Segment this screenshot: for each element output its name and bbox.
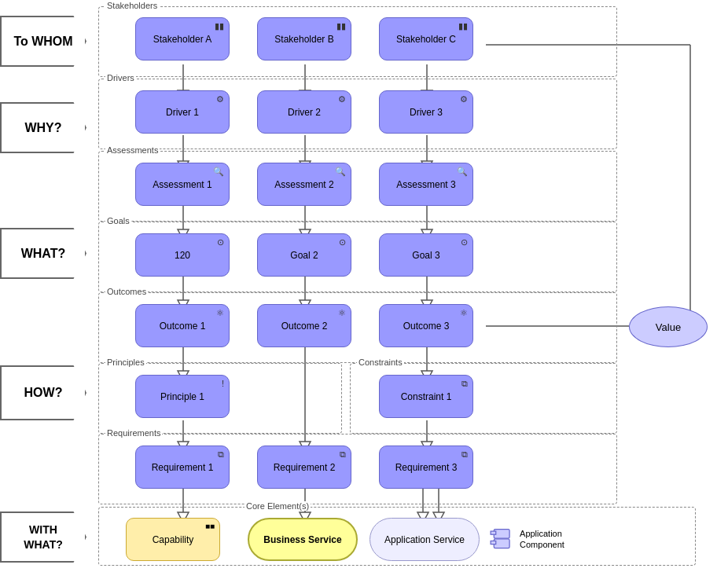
outcome-2-icon: ⚛ <box>338 308 346 318</box>
node-goal-3[interactable]: Goal 3 ⊙ <box>379 233 473 277</box>
node-assessment-1[interactable]: Assessment 1 🔍 <box>135 163 230 206</box>
goal-2-icon: ⊙ <box>339 237 346 248</box>
driver-1-icon: ⚙ <box>216 94 224 104</box>
group-label-requirements: Requirements <box>105 428 162 438</box>
node-requirement-2[interactable]: Requirement 2 ⧉ <box>257 446 351 489</box>
constraint-1-icon: ⧉ <box>461 379 468 389</box>
group-label-assessments: Assessments <box>105 145 160 155</box>
node-outcome-2[interactable]: Outcome 2 ⚛ <box>257 304 351 347</box>
svg-rect-47 <box>491 531 496 534</box>
node-value[interactable]: Value <box>629 306 708 347</box>
group-label-constraints: Constraints <box>357 358 404 367</box>
node-goal-1[interactable]: 120 ⊙ <box>135 233 230 277</box>
group-label-stakeholders: Stakeholders <box>105 1 159 10</box>
node-stakeholder-b[interactable]: Stakeholder B ▮▮ <box>257 17 351 60</box>
label-why: WHY? <box>0 102 86 153</box>
node-principle-1[interactable]: Principle 1 ! <box>135 375 230 418</box>
node-constraint-1[interactable]: Constraint 1 ⧉ <box>379 375 473 418</box>
stakeholder-c-icon: ▮▮ <box>458 21 468 31</box>
node-application-component[interactable]: Application Component <box>487 516 594 562</box>
group-label-outcomes: Outcomes <box>105 287 148 296</box>
requirement-2-icon: ⧉ <box>340 449 346 460</box>
group-label-principles: Principles <box>105 358 146 367</box>
stakeholder-b-icon: ▮▮ <box>336 21 346 31</box>
node-stakeholder-c[interactable]: Stakeholder C ▮▮ <box>379 17 473 60</box>
node-driver-3[interactable]: Driver 3 ⚙ <box>379 90 473 134</box>
node-stakeholder-a[interactable]: Stakeholder A ▮▮ <box>135 17 230 60</box>
label-to-whom: To WHOM <box>0 16 86 67</box>
node-assessment-2[interactable]: Assessment 2 🔍 <box>257 163 351 206</box>
node-requirement-3[interactable]: Requirement 3 ⧉ <box>379 446 473 489</box>
svg-rect-49 <box>491 541 496 544</box>
stakeholder-a-icon: ▮▮ <box>215 21 224 31</box>
node-requirement-1[interactable]: Requirement 1 ⧉ <box>135 446 230 489</box>
goal-3-icon: ⊙ <box>461 237 468 248</box>
capability-icon: ■■ <box>205 522 215 530</box>
label-what: WHAT? <box>0 228 86 279</box>
assessment-3-icon: 🔍 <box>457 167 468 177</box>
outcome-1-icon: ⚛ <box>216 308 224 318</box>
group-label-core-elements: Core Element(s) <box>245 501 311 511</box>
node-goal-2[interactable]: Goal 2 ⊙ <box>257 233 351 277</box>
group-label-drivers: Drivers <box>105 73 136 82</box>
node-outcome-1[interactable]: Outcome 1 ⚛ <box>135 304 230 347</box>
outcome-3-icon: ⚛ <box>460 308 468 318</box>
node-driver-1[interactable]: Driver 1 ⚙ <box>135 90 230 134</box>
principle-1-icon: ! <box>222 379 224 388</box>
label-how: HOW? <box>0 365 86 420</box>
node-capability[interactable]: Capability ■■ <box>126 518 220 561</box>
node-application-service[interactable]: Application Service <box>370 518 480 561</box>
node-assessment-3[interactable]: Assessment 3 🔍 <box>379 163 473 206</box>
goal-1-icon: ⊙ <box>217 237 224 248</box>
group-label-goals: Goals <box>105 216 131 226</box>
requirement-1-icon: ⧉ <box>218 449 224 460</box>
node-business-service[interactable]: Business Service <box>248 518 358 561</box>
driver-3-icon: ⚙ <box>460 94 468 104</box>
application-component-label: Application Component <box>520 528 594 551</box>
node-outcome-3[interactable]: Outcome 3 ⚛ <box>379 304 473 347</box>
component-icon <box>487 523 513 555</box>
requirement-3-icon: ⧉ <box>461 449 468 460</box>
assessment-1-icon: 🔍 <box>213 167 224 177</box>
label-with-what: WITHWHAT? <box>0 512 86 563</box>
driver-2-icon: ⚙ <box>338 94 346 104</box>
node-driver-2[interactable]: Driver 2 ⚙ <box>257 90 351 134</box>
assessment-2-icon: 🔍 <box>335 167 346 177</box>
